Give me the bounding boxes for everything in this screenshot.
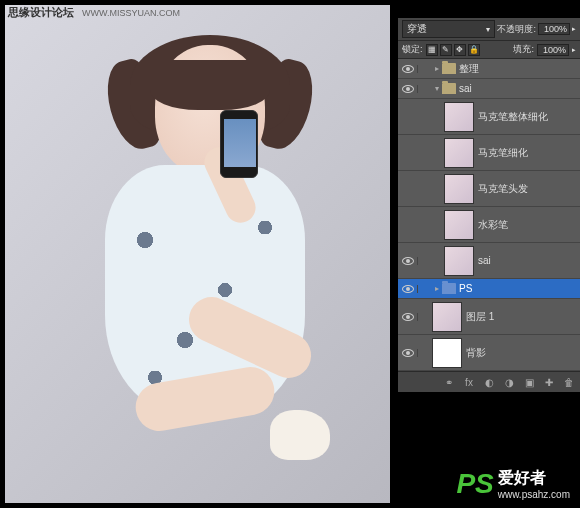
- layer-thumbnail[interactable]: [444, 102, 474, 132]
- eye-icon: [402, 313, 414, 321]
- layer-thumbnail[interactable]: [432, 338, 462, 368]
- layer-row[interactable]: 马克笔细化: [398, 135, 580, 171]
- layer-name-label[interactable]: 马克笔整体细化: [478, 110, 548, 124]
- new-layer-icon[interactable]: ✚: [542, 375, 556, 389]
- eye-icon: [402, 65, 414, 73]
- visibility-toggle[interactable]: [398, 65, 418, 73]
- fill-flyout-icon[interactable]: ▸: [572, 46, 576, 54]
- visibility-toggle[interactable]: [398, 85, 418, 93]
- layer-thumbnail[interactable]: [432, 302, 462, 332]
- folder-icon: [442, 83, 456, 94]
- layer-thumbnail[interactable]: [444, 174, 474, 204]
- lock-transparency-icon[interactable]: ▦: [426, 44, 438, 56]
- visibility-toggle[interactable]: [398, 313, 418, 321]
- opacity-label: 不透明度:: [497, 23, 536, 36]
- bottom-watermark: PS 爱好者 www.psahz.com: [456, 468, 570, 500]
- expand-icon[interactable]: ▸: [432, 284, 442, 293]
- layer-row[interactable]: sai: [398, 243, 580, 279]
- layer-name-label[interactable]: sai: [459, 83, 472, 94]
- layer-name-label[interactable]: 水彩笔: [478, 218, 508, 232]
- layer-row[interactable]: 图层 1: [398, 299, 580, 335]
- layer-row[interactable]: ▸PS: [398, 279, 580, 299]
- layer-name-label[interactable]: PS: [459, 283, 472, 294]
- ps-url: www.psahz.com: [498, 489, 570, 500]
- link-layers-icon[interactable]: ⚭: [442, 375, 456, 389]
- layer-name-label[interactable]: sai: [478, 255, 491, 266]
- chevron-down-icon: ▾: [486, 25, 490, 34]
- fill-input[interactable]: 100%: [537, 44, 569, 56]
- blend-mode-dropdown[interactable]: 穿透 ▾: [402, 20, 495, 38]
- fill-label: 填充:: [513, 43, 534, 56]
- layer-name-label[interactable]: 马克笔头发: [478, 182, 528, 196]
- blend-mode-row: 穿透 ▾ 不透明度: 100% ▸: [398, 18, 580, 41]
- blend-mode-value: 穿透: [407, 22, 427, 36]
- layer-thumbnail[interactable]: [444, 246, 474, 276]
- lock-all-icon[interactable]: 🔒: [468, 44, 480, 56]
- layer-list: ▸整理▾sai马克笔整体细化马克笔细化马克笔头发水彩笔sai▸PS图层 1背影: [398, 59, 580, 371]
- forum-name: 思缘设计论坛: [8, 6, 74, 18]
- layer-fx-icon[interactable]: fx: [462, 375, 476, 389]
- new-group-icon[interactable]: ▣: [522, 375, 536, 389]
- lock-position-icon[interactable]: ✥: [454, 44, 466, 56]
- layer-name-label[interactable]: 图层 1: [466, 310, 494, 324]
- opacity-input[interactable]: 100%: [538, 23, 570, 35]
- opacity-flyout-icon[interactable]: ▸: [572, 25, 576, 33]
- layer-thumbnail[interactable]: [444, 210, 474, 240]
- folder-icon: [442, 63, 456, 74]
- adjustment-layer-icon[interactable]: ◑: [502, 375, 516, 389]
- eye-icon: [402, 257, 414, 265]
- ps-lover-text: 爱好者: [498, 468, 570, 489]
- eye-icon: [402, 349, 414, 357]
- lock-row: 锁定: ▦ ✎ ✥ 🔒 填充: 100% ▸: [398, 41, 580, 59]
- delete-layer-icon[interactable]: 🗑: [562, 375, 576, 389]
- layer-row[interactable]: ▾sai: [398, 79, 580, 99]
- folder-icon: [442, 283, 456, 294]
- layer-row[interactable]: 马克笔头发: [398, 171, 580, 207]
- ps-logo: PS: [456, 468, 493, 500]
- visibility-toggle[interactable]: [398, 285, 418, 293]
- layer-row[interactable]: 水彩笔: [398, 207, 580, 243]
- layer-name-label[interactable]: 背影: [466, 346, 486, 360]
- layer-row[interactable]: 马克笔整体细化: [398, 99, 580, 135]
- layers-footer: ⚭ fx ◐ ◑ ▣ ✚ 🗑: [398, 371, 580, 392]
- collapse-icon[interactable]: ▾: [432, 84, 442, 93]
- layer-thumbnail[interactable]: [444, 138, 474, 168]
- lock-label: 锁定:: [402, 43, 423, 56]
- eye-icon: [402, 85, 414, 93]
- layer-row[interactable]: 背影: [398, 335, 580, 371]
- lock-pixels-icon[interactable]: ✎: [440, 44, 452, 56]
- expand-icon[interactable]: ▸: [432, 64, 442, 73]
- layer-mask-icon[interactable]: ◐: [482, 375, 496, 389]
- photo-figure: [35, 35, 365, 495]
- forum-url: WWW.MISSYUAN.COM: [82, 8, 180, 18]
- layers-panel: 穿透 ▾ 不透明度: 100% ▸ 锁定: ▦ ✎ ✥ 🔒 填充: 100% ▸…: [398, 18, 580, 392]
- visibility-toggle[interactable]: [398, 349, 418, 357]
- layer-row[interactable]: ▸整理: [398, 59, 580, 79]
- layer-name-label[interactable]: 整理: [459, 62, 479, 76]
- canvas-viewport[interactable]: [5, 5, 390, 503]
- eye-icon: [402, 285, 414, 293]
- visibility-toggle[interactable]: [398, 257, 418, 265]
- layer-name-label[interactable]: 马克笔细化: [478, 146, 528, 160]
- top-watermark: 思缘设计论坛 WWW.MISSYUAN.COM: [8, 5, 180, 20]
